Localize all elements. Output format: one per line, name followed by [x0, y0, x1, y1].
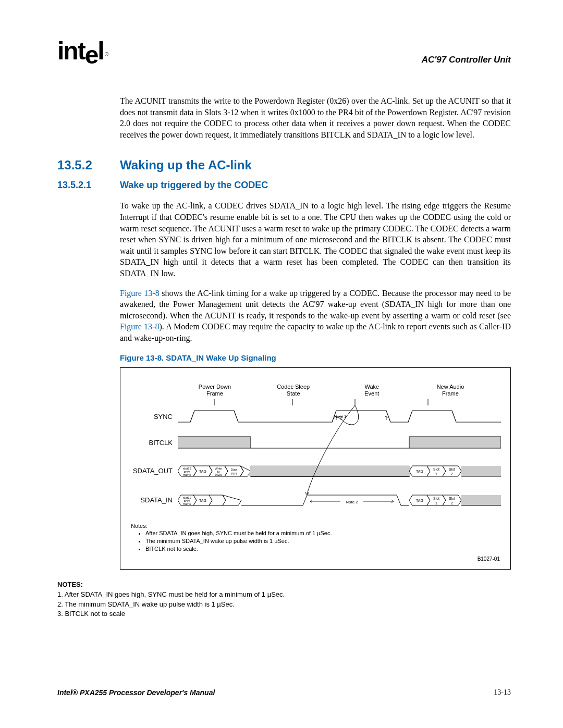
intro-paragraph: The ACUNIT transmits the write to the Po… [120, 95, 511, 140]
figure-caption: Figure 13-8. SDATA_IN Wake Up Signaling [120, 353, 511, 362]
paragraph-2-mid: shows the AC-link timing for a wake up t… [120, 289, 511, 320]
svg-rect-18 [461, 466, 501, 476]
svg-text:PR4: PR4 [231, 472, 237, 475]
annot-powerdown: Power DownFrame [191, 384, 238, 397]
footer-title: Intel® PXA255 Processor Developer's Manu… [57, 688, 215, 697]
page-header: intel® AC'97 Controller Unit [57, 36, 511, 65]
figure-note-1: After SDATA_IN goes high, SYNC must be h… [145, 529, 500, 537]
annot-wakeevent: WakeEvent [348, 384, 395, 397]
svg-rect-6 [178, 437, 251, 448]
intel-logo: intel® [57, 36, 106, 65]
bottom-note-3: 3. BITCLK not to scale [57, 609, 511, 619]
bottom-note-1: 1. After SDATA_IN goes high, SYNC must b… [57, 590, 511, 600]
svg-text:1: 1 [435, 472, 437, 476]
paragraph-1: To wake up the AC-link, a CODEC drives S… [120, 200, 511, 279]
svg-text:TAG: TAG [416, 499, 423, 502]
svg-rect-36 [461, 495, 501, 505]
page: intel® AC'97 Controller Unit The ACUNIT … [0, 0, 563, 728]
svg-text:TAG: TAG [416, 470, 423, 473]
timing-diagram: Power DownFrame Codec SleepState WakeEve… [131, 384, 500, 519]
svg-text:frame: frame [183, 502, 191, 505]
label-bitclk: BITCLK [131, 439, 173, 447]
svg-text:TAG: TAG [199, 470, 206, 473]
paragraph-2: Figure 13-8 shows the AC-link timing for… [120, 288, 511, 344]
svg-text:Slot: Slot [449, 467, 455, 471]
figure-note-2: The minimum SDATA_IN wake up pulse width… [145, 537, 500, 545]
subheading-number: 13.5.2.1 [57, 180, 120, 191]
bottom-notes-heading: NOTES: [57, 580, 511, 590]
figure-note-3: BITCLK not to scale. [145, 545, 500, 553]
svg-text:Slot: Slot [433, 497, 439, 500]
annot-newaudio: New AudioFrame [427, 384, 474, 397]
timing-svg: Note 1 [178, 399, 501, 524]
figure-box: Power DownFrame Codec SleepState WakeEve… [120, 367, 511, 570]
label-sdata-out: SDATA_OUT [131, 467, 173, 475]
svg-text:0x26: 0x26 [215, 473, 222, 476]
svg-text:2: 2 [451, 472, 453, 476]
page-number: 13-13 [494, 688, 511, 697]
heading-13-5-2: 13.5.2 Waking up the AC-link [57, 158, 511, 172]
figure-notes: Notes: After SDATA_IN goes high, SYNC mu… [131, 522, 500, 553]
svg-text:Slot: Slot [449, 497, 455, 500]
note2-label: Note 2 [346, 500, 358, 504]
bottom-note-2: 2. The minimum SDATA_IN wake up pulse wi… [57, 600, 511, 610]
label-sdata-in: SDATA_IN [131, 496, 173, 504]
svg-text:Slot: Slot [433, 467, 439, 471]
svg-text:2: 2 [451, 501, 453, 505]
heading-13-5-2-1: 13.5.2.1 Wake up triggered by the CODEC [57, 180, 511, 191]
subheading-text: Wake up triggered by the CODEC [120, 180, 268, 191]
svg-text:Data: Data [231, 468, 238, 471]
svg-text:1: 1 [435, 501, 437, 505]
page-footer: Intel® PXA255 Processor Developer's Manu… [57, 688, 511, 697]
chapter-title: AC'97 Controller Unit [422, 55, 511, 65]
heading-number: 13.5.2 [57, 158, 120, 172]
annot-codecsleep: Codec SleepState [270, 384, 317, 397]
svg-rect-8 [409, 437, 501, 448]
label-sync: SYNC [131, 413, 173, 421]
figure-notes-heading: Notes: [131, 523, 148, 529]
heading-text: Waking up the AC-link [120, 158, 252, 172]
svg-text:TAG: TAG [199, 499, 206, 502]
bottom-notes: NOTES: 1. After SDATA_IN goes high, SYNC… [57, 580, 511, 619]
figure-id: B1027-01 [131, 556, 500, 562]
paragraph-2-post: ). A Modem CODEC may require the capacit… [120, 322, 511, 342]
svg-text:frame: frame [183, 473, 191, 476]
figure-link-1[interactable]: Figure 13-8 [120, 289, 160, 298]
annotation-row: Power DownFrame Codec SleepState WakeEve… [178, 384, 495, 397]
figure-link-2[interactable]: Figure 13-8 [120, 322, 159, 331]
